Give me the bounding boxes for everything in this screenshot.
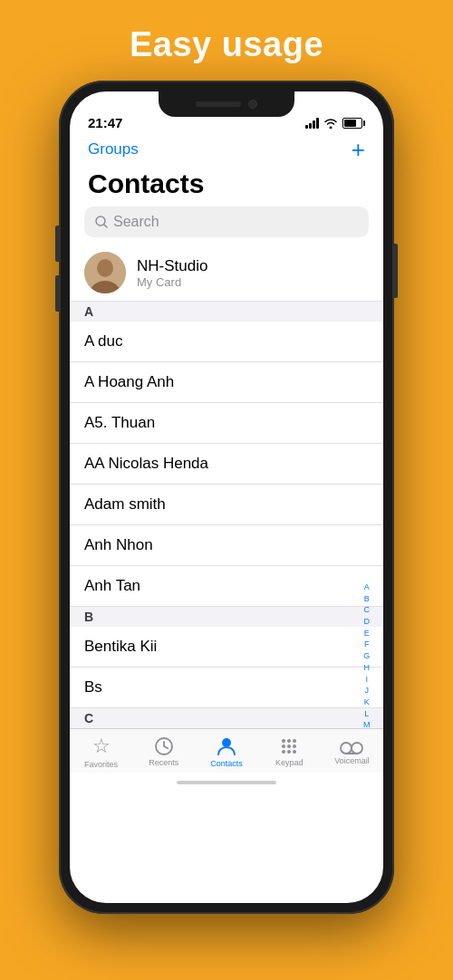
contact-a-hoang-anh[interactable]: A Hoang Anh <box>70 362 383 403</box>
search-bar[interactable]: Search <box>84 207 369 237</box>
avatar <box>84 252 126 293</box>
contact-anh-tan[interactable]: Anh Tan <box>70 566 383 607</box>
alpha-letter-f[interactable]: F <box>364 639 370 650</box>
header-section: Easy usage <box>130 0 323 81</box>
alpha-letter-b[interactable]: B <box>364 594 370 605</box>
tab-favorites[interactable]: ☆ Favorites <box>70 735 132 769</box>
alpha-letter-m[interactable]: M <box>363 720 371 728</box>
add-contact-button[interactable]: + <box>352 138 365 161</box>
alpha-letter-e[interactable]: E <box>364 629 370 639</box>
tab-contacts-label: Contacts <box>210 759 243 768</box>
tab-contacts[interactable]: Contacts <box>195 735 257 768</box>
my-card-name: NH-Studio <box>137 257 207 275</box>
contact-bentika[interactable]: Bentika Kii <box>70 627 383 668</box>
svg-point-17 <box>352 743 362 754</box>
contact-a-duc[interactable]: A duc <box>70 322 383 362</box>
tab-voicemail-label: Voicemail <box>334 756 370 765</box>
svg-point-14 <box>287 750 291 754</box>
svg-point-11 <box>287 745 291 748</box>
phone-screen: 21:47 <box>70 91 383 903</box>
svg-point-7 <box>282 739 285 743</box>
my-card-row[interactable]: NH-Studio My Card <box>70 245 383 302</box>
contact-bs[interactable]: Bs <box>70 668 383 708</box>
signal-icon <box>305 118 319 129</box>
tab-recents-label: Recents <box>149 758 178 767</box>
contact-aa-nicolas[interactable]: AA Nicolas Henda <box>70 444 383 485</box>
home-bar <box>177 781 276 784</box>
page-title: Contacts <box>70 165 383 207</box>
status-time: 21:47 <box>88 115 122 130</box>
section-header-c: C <box>70 708 383 728</box>
speaker <box>196 101 241 107</box>
voicemail-icon <box>340 738 363 754</box>
top-nav: Groups + <box>70 134 383 165</box>
status-icons <box>305 118 365 129</box>
notch <box>159 91 294 117</box>
groups-button[interactable]: Groups <box>88 140 139 159</box>
my-card-info: NH-Studio My Card <box>137 257 207 289</box>
section-header-b: B <box>70 607 383 627</box>
tab-bar: ☆ Favorites Recents Contacts <box>70 728 383 773</box>
alpha-letter-a[interactable]: A <box>364 582 370 593</box>
tab-keypad[interactable]: Keypad <box>258 736 321 767</box>
svg-point-10 <box>282 745 285 748</box>
front-camera <box>248 100 257 109</box>
tab-voicemail[interactable]: Voicemail <box>321 738 383 765</box>
phone-frame: 21:47 <box>59 81 394 914</box>
contact-anh-nhon[interactable]: Anh Nhon <box>70 525 383 566</box>
home-indicator <box>70 773 383 793</box>
my-card-label: My Card <box>137 275 207 289</box>
favorites-icon: ☆ <box>92 735 111 758</box>
battery-icon <box>342 118 365 129</box>
svg-point-13 <box>282 750 285 754</box>
svg-point-3 <box>97 259 113 277</box>
volume-up-button <box>55 226 59 262</box>
alpha-letter-i[interactable]: I <box>365 675 368 686</box>
tab-recents[interactable]: Recents <box>132 736 195 767</box>
recents-icon <box>154 736 174 756</box>
alpha-letter-k[interactable]: K <box>364 697 370 708</box>
contacts-list: ABCDEFGHIJKLMNOPQRSTUVWXYZ# A A duc A Ho… <box>70 302 383 728</box>
keypad-icon <box>279 736 299 756</box>
search-icon <box>95 216 108 228</box>
svg-point-12 <box>293 745 296 748</box>
svg-point-16 <box>341 743 352 754</box>
power-button <box>394 244 398 298</box>
svg-point-8 <box>287 739 291 743</box>
svg-point-9 <box>293 739 296 743</box>
volume-down-button <box>55 275 59 312</box>
svg-point-15 <box>293 750 296 754</box>
search-input[interactable]: Search <box>113 214 159 230</box>
alpha-letter-h[interactable]: H <box>364 663 371 674</box>
alpha-letter-d[interactable]: D <box>364 617 371 628</box>
app-content: Groups + Contacts Search <box>70 134 383 728</box>
alpha-letter-j[interactable]: J <box>365 686 370 697</box>
svg-line-1 <box>104 225 107 227</box>
svg-point-6 <box>222 738 231 747</box>
alpha-letter-g[interactable]: G <box>363 651 370 662</box>
app-tagline: Easy usage <box>130 25 323 64</box>
alphabet-index[interactable]: ABCDEFGHIJKLMNOPQRSTUVWXYZ# <box>363 582 371 728</box>
alpha-letter-l[interactable]: L <box>364 709 369 720</box>
contacts-icon <box>216 735 237 757</box>
wifi-icon <box>323 118 338 129</box>
contact-a5-thuan[interactable]: A5. Thuan <box>70 403 383 444</box>
tab-keypad-label: Keypad <box>275 758 304 767</box>
section-header-a: A <box>70 302 383 322</box>
tab-favorites-label: Favorites <box>84 760 118 769</box>
alpha-letter-c[interactable]: C <box>364 605 371 616</box>
contact-adam-smith[interactable]: Adam smith <box>70 485 383 525</box>
